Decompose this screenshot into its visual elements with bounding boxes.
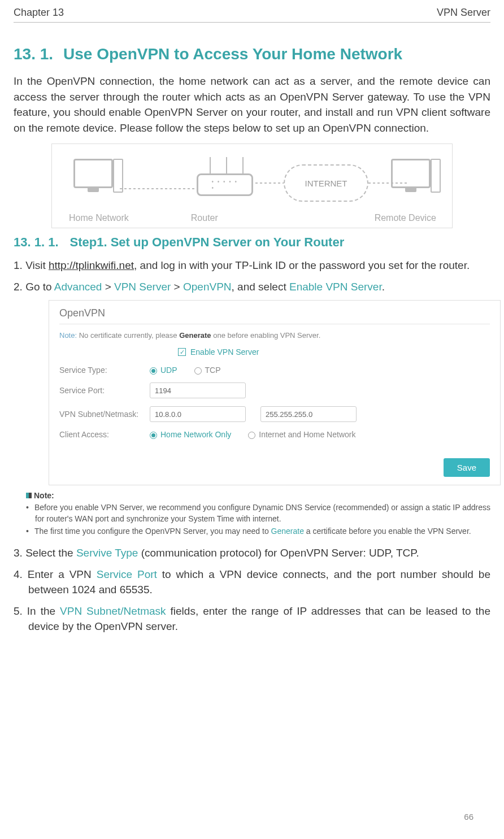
step-2: Go to Advanced > VPN Server > OpenVPN, a…	[14, 279, 490, 295]
divider	[59, 324, 490, 324]
chapter-label: Chapter 13	[14, 7, 64, 19]
page-header: Chapter 13 VPN Server	[14, 7, 490, 23]
service-type-label: Service Type:	[59, 366, 150, 375]
udp-radio-option[interactable]: UDP	[150, 366, 177, 375]
label-enable-vpn: Enable VPN Server	[289, 281, 382, 293]
network-diagram: • • • • • • INTERNET Home Network Router…	[51, 144, 453, 228]
diagram-labels: Home Network Router Remote Device	[52, 213, 452, 223]
tcp-radio-option[interactable]: TCP	[194, 366, 221, 375]
note-block: Note: Before you enable VPN Server, we r…	[26, 491, 490, 537]
note-bullet-1: Before you enable VPN Server, we recomme…	[26, 502, 490, 524]
service-port-input[interactable]	[150, 382, 246, 398]
client-home-radio-option[interactable]: Home Network Only	[150, 430, 231, 439]
page-number: 66	[464, 812, 473, 821]
save-button[interactable]: Save	[444, 458, 490, 477]
radio-icon	[150, 432, 157, 439]
radio-icon	[150, 367, 157, 375]
nav-vpn-server: VPN Server	[114, 281, 171, 293]
nav-openvpn: OpenVPN	[183, 281, 232, 293]
service-type-row: Service Type: UDP TCP	[59, 366, 490, 375]
nav-advanced: Advanced	[54, 281, 102, 293]
internet-cloud-icon: INTERNET	[284, 164, 368, 202]
section-intro: In the OpenVPN connection, the home netw…	[14, 73, 490, 136]
diagram-line	[120, 188, 197, 189]
section-title-text: Use OpenVPN to Access Your Home Network	[63, 45, 402, 63]
note-bullet-2: The first time you configure the OpenVPN…	[26, 526, 490, 537]
subsection-heading: 13. 1. 1.Step1. Set up OpenVPN Server on…	[14, 235, 490, 250]
step-4: Enter a VPN Service Port to which a VPN …	[14, 567, 490, 598]
step-1: Visit http://tplinkwifi.net, and log in …	[14, 258, 490, 273]
generate-link: Generate	[271, 527, 304, 536]
label-service-type: Servive Type	[76, 547, 138, 559]
section-number: 13. 1.	[14, 45, 53, 63]
label-vpn-subnet: VPN Subnet/Netmask	[60, 605, 166, 617]
client-access-row: Client Access: Home Network Only Interne…	[59, 430, 490, 439]
note-heading: Note:	[26, 491, 490, 500]
generate-text: Generate	[179, 331, 211, 340]
subnet-row: VPN Subnet/Netmask:	[59, 406, 490, 422]
subsection-title-text: Step1. Set up OpenVPN Server on Your Rou…	[70, 235, 345, 249]
home-pc-icon	[68, 159, 119, 188]
openvpn-settings-panel: OpenVPN Note: No certificate currently, …	[49, 300, 501, 485]
panel-title: OpenVPN	[59, 307, 490, 319]
client-inet-radio-option[interactable]: Internet and Home Network	[248, 430, 355, 439]
tplink-link[interactable]: http://tplinkwifi.net	[49, 259, 134, 271]
radio-icon	[194, 367, 202, 375]
router-icon: • • • • • •	[197, 173, 253, 196]
netmask-input[interactable]	[260, 406, 357, 422]
subnet-input[interactable]	[150, 406, 246, 422]
service-port-label: Service Port:	[59, 386, 150, 395]
diagram-label-remote: Remote Device	[375, 213, 436, 223]
section-heading: 13. 1.Use OpenVPN to Access Your Home Ne…	[14, 45, 490, 63]
diagram-line	[255, 182, 284, 184]
diagram-label-home: Home Network	[69, 213, 129, 223]
label-service-port: Service Port	[97, 568, 157, 580]
remote-pc-icon	[385, 159, 436, 188]
radio-icon	[248, 432, 255, 439]
diagram-label-router: Router	[191, 213, 218, 223]
subsection-number: 13. 1. 1.	[14, 235, 59, 249]
enable-vpn-label: Enable VPN Server	[190, 347, 259, 357]
step-3: Select the Servive Type (communication p…	[14, 545, 490, 561]
step-5: In the VPN Subnet/Netmask fields, enter …	[14, 603, 490, 634]
service-port-row: Service Port:	[59, 382, 490, 398]
panel-note: Note: No certificate currently, please G…	[59, 331, 490, 340]
client-access-label: Client Access:	[59, 430, 150, 439]
subnet-label: VPN Subnet/Netmask:	[59, 410, 150, 419]
header-title: VPN Server	[437, 7, 490, 19]
enable-vpn-checkbox-row: ✓ Enable VPN Server	[178, 347, 490, 357]
enable-vpn-checkbox[interactable]: ✓	[178, 348, 186, 356]
flag-icon	[26, 493, 32, 498]
steps-list-continued: Select the Servive Type (communication p…	[14, 545, 490, 634]
steps-list: Visit http://tplinkwifi.net, and log in …	[14, 258, 490, 294]
